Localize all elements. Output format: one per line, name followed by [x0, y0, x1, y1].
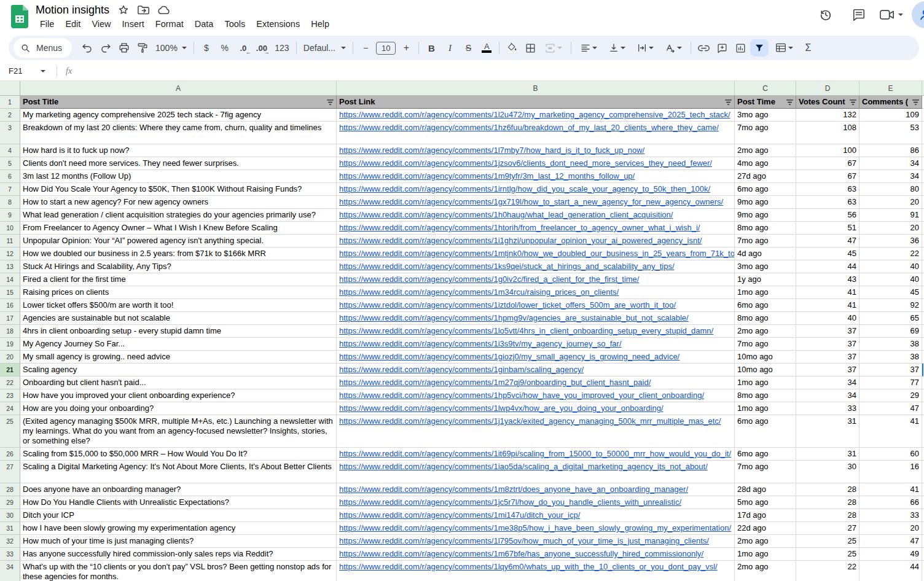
- fill-color-button[interactable]: [503, 39, 520, 57]
- cell-votes-count[interactable]: 63: [796, 196, 859, 209]
- format-percent-button[interactable]: %: [216, 39, 233, 57]
- increase-decimal-button[interactable]: .00→: [253, 39, 270, 57]
- cell-comments-count[interactable]: 109: [859, 109, 922, 122]
- header-cell-comments-count[interactable]: Comments (: [859, 96, 922, 109]
- column-header-C[interactable]: C: [735, 81, 796, 96]
- cell-post-title[interactable]: 4hrs in client onboarding setup - every …: [20, 325, 337, 338]
- column-filter-icon[interactable]: [325, 98, 334, 106]
- row-number-32[interactable]: 32: [0, 535, 20, 548]
- paint-format-button[interactable]: [134, 39, 151, 57]
- cell-post-time[interactable]: 2mo ago: [735, 561, 796, 581]
- post-link[interactable]: https://www.reddit.com/r/agency/comments…: [339, 339, 622, 348]
- move-to-folder-icon[interactable]: [138, 5, 149, 15]
- cell-comments-count[interactable]: 34: [859, 157, 922, 170]
- cell-comments-count[interactable]: 20: [859, 522, 922, 535]
- cell-post-title[interactable]: Agencies are sustainable but not scalabl…: [20, 312, 337, 325]
- header-cell-post-link[interactable]: Post Link: [337, 96, 735, 109]
- cell-post-title[interactable]: Scaling agency: [20, 364, 337, 376]
- header-cell-votes-count[interactable]: Votes Count: [796, 96, 859, 109]
- cell-post-title[interactable]: how I have been slowly growing my experi…: [20, 522, 337, 535]
- cell-comments-count[interactable]: 40: [859, 260, 922, 273]
- cell-post-link[interactable]: https://www.reddit.com/r/agency/comments…: [337, 448, 735, 461]
- cell-post-time[interactable]: 28d ago: [735, 483, 796, 496]
- post-link[interactable]: https://www.reddit.com/r/agency/comments…: [339, 223, 700, 232]
- cell-post-link[interactable]: https://www.reddit.com/r/agency/comments…: [337, 402, 735, 415]
- cell-post-title[interactable]: From Freelancer to Agency Owner – What I…: [20, 222, 337, 235]
- cell-post-time[interactable]: 7mo ago: [735, 461, 796, 483]
- cell-post-link[interactable]: https://www.reddit.com/r/agency/comments…: [337, 196, 735, 209]
- cell-post-link[interactable]: https://www.reddit.com/r/agency/comments…: [337, 415, 735, 448]
- column-filter-icon[interactable]: [785, 98, 794, 106]
- cell-post-title[interactable]: How Did You Scale Your Agency to $50K, T…: [20, 183, 337, 196]
- cell-votes-count[interactable]: 37: [796, 338, 859, 351]
- row-number-18[interactable]: 18: [0, 325, 20, 338]
- font-size-input[interactable]: 10: [376, 42, 396, 55]
- post-link[interactable]: https://www.reddit.com/r/agency/comments…: [339, 171, 635, 181]
- cell-post-time[interactable]: 10mo ago: [735, 351, 796, 364]
- chevron-down-icon[interactable]: [898, 14, 903, 16]
- cell-post-link[interactable]: https://www.reddit.com/r/agency/comments…: [337, 509, 735, 522]
- cell-post-time[interactable]: 9mo ago: [735, 209, 796, 222]
- post-link[interactable]: https://www.reddit.com/r/agency/comments…: [339, 184, 710, 193]
- cell-post-title[interactable]: Stuck At Hirings and Scalability, Any Ti…: [20, 260, 337, 273]
- row-number-10[interactable]: 10: [0, 222, 20, 235]
- row-number-9[interactable]: 9: [0, 209, 20, 222]
- format-currency-button[interactable]: $: [198, 39, 215, 57]
- borders-button[interactable]: [522, 39, 539, 57]
- google-sheets-logo-icon[interactable]: [11, 5, 28, 28]
- cell-comments-count[interactable]: 60: [859, 448, 922, 461]
- cell-post-time[interactable]: 7mo ago: [735, 338, 796, 351]
- cell-comments-count[interactable]: 22: [859, 248, 922, 260]
- post-link[interactable]: https://www.reddit.com/r/agency/comments…: [339, 236, 702, 245]
- post-link[interactable]: https://www.reddit.com/r/agency/comments…: [339, 123, 719, 132]
- cell-comments-count[interactable]: 34: [859, 170, 922, 183]
- row-number-5[interactable]: 5: [0, 157, 20, 170]
- cell-post-title[interactable]: Clients don't need more services. They n…: [20, 157, 337, 170]
- cell-comments-count[interactable]: 38: [859, 338, 922, 351]
- cell-post-title[interactable]: (Exited agency managing $500k MRR, multi…: [20, 415, 337, 448]
- cell-comments-count[interactable]: 49: [859, 548, 922, 561]
- search-menus-button[interactable]: Menus: [14, 38, 72, 58]
- cell-comments-count[interactable]: 86: [859, 144, 922, 157]
- version-history-icon[interactable]: [813, 2, 838, 27]
- cell-post-link[interactable]: https://www.reddit.com/r/agency/comments…: [337, 144, 735, 157]
- cell-votes-count[interactable]: 56: [796, 209, 859, 222]
- text-color-button[interactable]: A: [478, 39, 495, 57]
- menu-item-format[interactable]: Format: [150, 18, 189, 30]
- cell-post-title[interactable]: Raising prices on clients: [20, 286, 337, 299]
- cell-post-title[interactable]: Unpopular Opinion: Your “AI” powered age…: [20, 235, 337, 248]
- cell-post-time[interactable]: 4mo ago: [735, 157, 796, 170]
- cell-post-time[interactable]: 6mo ago: [735, 299, 796, 312]
- cell-post-link[interactable]: https://www.reddit.com/r/agency/comments…: [337, 364, 735, 376]
- cell-post-title[interactable]: 3m last 12 months (Follow Up): [20, 170, 337, 183]
- post-link[interactable]: https://www.reddit.com/r/agency/comments…: [339, 462, 708, 471]
- cell-votes-count[interactable]: 31: [796, 448, 859, 461]
- cell-post-link[interactable]: https://www.reddit.com/r/agency/comments…: [337, 260, 735, 273]
- comments-icon[interactable]: [847, 2, 871, 27]
- strikethrough-button[interactable]: S: [460, 39, 477, 57]
- cell-post-title[interactable]: How hard is it to fuck up now?: [20, 144, 337, 157]
- cell-post-link[interactable]: https://www.reddit.com/r/agency/comments…: [337, 299, 735, 312]
- select-all-corner[interactable]: [0, 81, 20, 96]
- cell-comments-count[interactable]: 80: [859, 183, 922, 196]
- row-number-29[interactable]: 29: [0, 496, 20, 509]
- post-link[interactable]: https://www.reddit.com/r/agency/comments…: [339, 352, 679, 361]
- post-link[interactable]: https://www.reddit.com/r/agency/comments…: [339, 523, 731, 532]
- row-number-19[interactable]: 19: [0, 338, 20, 351]
- cell-comments-count[interactable]: 77: [859, 376, 922, 389]
- cell-post-time[interactable]: 6mo ago: [735, 448, 796, 461]
- post-link[interactable]: https://www.reddit.com/r/agency/comments…: [339, 497, 681, 507]
- row-number-23[interactable]: 23: [0, 389, 20, 402]
- cell-post-link[interactable]: https://www.reddit.com/r/agency/comments…: [337, 157, 735, 170]
- star-icon[interactable]: [118, 4, 129, 15]
- create-filter-button[interactable]: [750, 39, 769, 57]
- cell-post-link[interactable]: https://www.reddit.com/r/agency/comments…: [337, 535, 735, 548]
- cell-comments-count[interactable]: 20: [859, 196, 922, 209]
- print-button[interactable]: [116, 39, 133, 57]
- cell-post-time[interactable]: 1mo ago: [735, 286, 796, 299]
- post-link[interactable]: https://www.reddit.com/r/agency/comments…: [339, 300, 676, 310]
- cloud-status-icon[interactable]: [158, 6, 170, 15]
- insert-comment-button[interactable]: [713, 39, 730, 57]
- cell-post-time[interactable]: 7mo ago: [735, 122, 796, 144]
- cell-post-link[interactable]: https://www.reddit.com/r/agency/comments…: [337, 483, 735, 496]
